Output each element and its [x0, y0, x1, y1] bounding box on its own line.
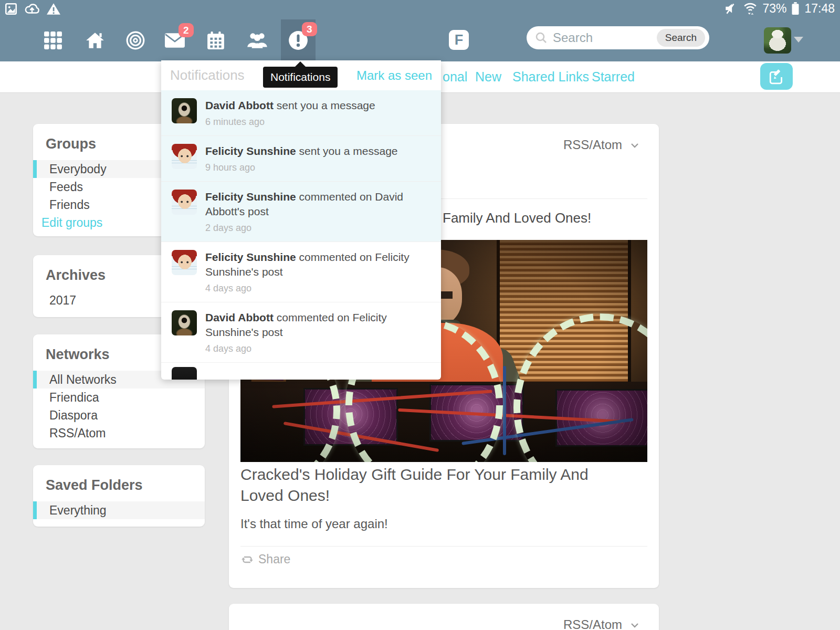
notification-text: Felicity Sunshine sent you a message — [205, 144, 433, 159]
cloud-upload-icon — [24, 2, 40, 16]
sidebar-item-diaspora[interactable]: Diaspora — [33, 406, 205, 424]
notifications-badge: 3 — [302, 22, 317, 36]
apps-menu-button[interactable] — [36, 19, 70, 61]
notification-action: sent you a message — [277, 99, 375, 111]
notification-text: Felicity Sunshine commented on Felicity … — [205, 250, 433, 279]
tab-new[interactable]: New — [475, 61, 501, 93]
notification-text: David Abbott commented on Felicity Sunsh… — [205, 310, 433, 340]
notification-text: David Abbott sent you a message — [205, 98, 433, 113]
people-icon — [246, 32, 268, 49]
notification-item[interactable]: David Abbott commented on Felicity Sunsh… — [161, 302, 441, 362]
saved-folders-list: Everything — [33, 501, 205, 519]
tooltip-arrow — [295, 61, 306, 67]
sidebar-item-rss-atom[interactable]: RSS/Atom — [33, 424, 205, 442]
post1-network-label[interactable]: RSS/Atom — [563, 138, 622, 152]
notification-actor: David Abbott — [205, 311, 274, 323]
events-button[interactable] — [198, 19, 233, 61]
bullseye-icon — [125, 30, 145, 50]
saved-folders-title: Saved Folders — [33, 465, 205, 494]
avatar-david-abbott — [172, 98, 197, 123]
apps-grid-icon — [44, 31, 62, 50]
notification-time: 6 minutes ago — [205, 117, 433, 128]
status-icons-right: 73% 17:48 — [723, 1, 835, 16]
notification-item[interactable]: Felicity Sunshine sent you a message 9 h… — [161, 135, 441, 181]
tab-starred[interactable]: Starred — [592, 61, 635, 93]
notification-item-partial[interactable] — [161, 362, 441, 380]
friendica-page: 73% 17:48 2 3 F Search — [0, 0, 840, 630]
search-input[interactable] — [553, 30, 657, 45]
network-button[interactable] — [118, 19, 153, 61]
notification-actor: Felicity Sunshine — [205, 145, 296, 157]
notification-item[interactable]: Felicity Sunshine commented on Felicity … — [161, 242, 441, 302]
notification-time: 4 days ago — [205, 343, 433, 354]
search-bar: Search — [527, 26, 709, 49]
home-icon — [85, 32, 105, 49]
sidebar-item-friendica[interactable]: Friendica — [33, 388, 205, 406]
avatar-partial — [172, 367, 197, 380]
avatar-felicity-sunshine — [172, 144, 197, 169]
compose-button[interactable] — [760, 63, 793, 90]
avatar-felicity-sunshine — [172, 190, 197, 215]
post1-share-button[interactable]: Share — [240, 552, 290, 566]
post1-teaser-fragment: Family And Loved Ones! — [443, 210, 591, 226]
share-label: Share — [258, 552, 290, 566]
notification-time: 2 days ago — [205, 223, 433, 234]
notification-item[interactable]: David Abbott sent you a message 6 minute… — [161, 90, 441, 135]
top-header-bar: 73% 17:48 2 3 F Search — [0, 0, 840, 61]
battery-icon — [791, 2, 800, 15]
mark-as-seen-link[interactable]: Mark as seen — [356, 68, 432, 83]
battery-percent-text: 73% — [762, 2, 786, 16]
friendica-logo[interactable]: F — [449, 30, 469, 50]
sidebar-item-everything[interactable]: Everything — [33, 501, 205, 519]
notifications-tooltip: Notifications — [263, 67, 338, 88]
warning-icon — [46, 2, 61, 16]
notification-item[interactable]: Felicity Sunshine commented on David Abb… — [161, 181, 441, 242]
contacts-button[interactable] — [240, 19, 275, 61]
search-submit-button[interactable]: Search — [657, 29, 705, 47]
calendar-icon — [206, 31, 225, 50]
post1-footer-divider — [240, 546, 647, 547]
notification-text: Felicity Sunshine commented on David Abb… — [205, 190, 433, 219]
user-menu-caret-icon[interactable] — [794, 37, 803, 43]
screenshot-icon — [4, 2, 18, 16]
post2-network-label[interactable]: RSS/Atom — [563, 617, 622, 630]
notification-actor: David Abbott — [205, 99, 274, 111]
notification-time: 4 days ago — [205, 283, 433, 294]
clock-text: 17:48 — [804, 2, 835, 16]
user-avatar[interactable] — [764, 27, 791, 54]
chevron-down-icon[interactable] — [631, 623, 639, 628]
notifications-dropdown: Notifications Mark as seen David Abbott … — [161, 60, 441, 380]
messages-badge: 2 — [178, 23, 194, 37]
compose-pencil-icon — [768, 68, 785, 85]
avatar-felicity-sunshine — [172, 250, 197, 275]
tab-personal-fragment[interactable]: onal — [443, 61, 467, 93]
saved-folders-card: Saved Folders Everything — [33, 465, 205, 527]
avatar-david-abbott — [172, 310, 197, 335]
tab-shared-links[interactable]: Shared Links — [512, 61, 589, 93]
tooltip-text: Notifications — [270, 71, 330, 83]
notification-time: 9 hours ago — [205, 162, 433, 173]
status-icons-left — [4, 2, 61, 16]
post-card-2: RSS/Atom — [229, 604, 659, 630]
share-retweet-icon — [240, 554, 254, 565]
search-icon — [535, 32, 548, 44]
wifi-icon — [743, 1, 758, 16]
chevron-down-icon[interactable] — [631, 143, 639, 148]
notification-action: sent you a message — [299, 145, 398, 157]
networks-list: All Networks Friendica Diaspora RSS/Atom — [33, 371, 205, 442]
mute-icon — [723, 2, 738, 15]
notification-actor: Felicity Sunshine — [205, 191, 296, 203]
notification-actor: Felicity Sunshine — [205, 251, 296, 263]
notifications-panel-title: Notifications — [170, 67, 245, 83]
post1-attachment-title[interactable]: Cracked's Holiday Gift Guide For Your Fa… — [240, 464, 629, 506]
home-button[interactable] — [78, 19, 112, 61]
post1-body-text: It's that time of year again! — [240, 517, 388, 531]
